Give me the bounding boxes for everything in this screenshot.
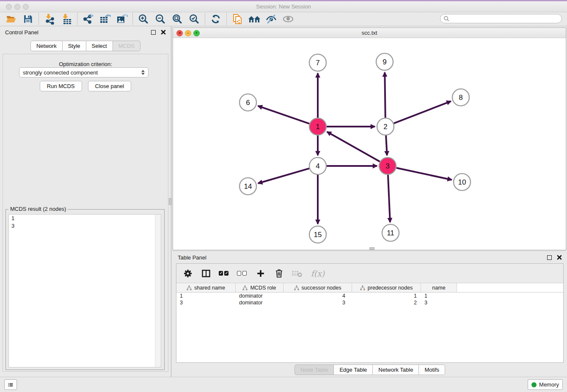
- cell-mcds-role[interactable]: dominator: [236, 293, 284, 299]
- mcds-result-title: MCDS result (2 nodes): [8, 206, 68, 212]
- tab-select[interactable]: Select: [86, 41, 113, 51]
- open-session-button[interactable]: [3, 13, 19, 25]
- net-close-button[interactable]: ✕: [176, 30, 183, 36]
- plus-icon: [256, 269, 265, 278]
- graph-edge-4-14[interactable]: [258, 168, 309, 183]
- float-panel-icon[interactable]: [151, 30, 156, 35]
- cell-name[interactable]: 1: [421, 293, 457, 299]
- export-table-button[interactable]: [96, 13, 113, 25]
- export-network-button[interactable]: [80, 13, 96, 25]
- table-panel-title: Table Panel: [178, 254, 547, 261]
- tab-style[interactable]: Style: [63, 41, 86, 51]
- cell-predecessor-nodes[interactable]: 2: [352, 300, 421, 306]
- cell-mcds-role[interactable]: dominator: [236, 300, 284, 306]
- tab-edge-table[interactable]: Edge Table: [334, 364, 373, 375]
- zoom-in-button[interactable]: [135, 13, 152, 25]
- zoom-selected-button[interactable]: [186, 13, 203, 25]
- optimization-criterion-value: strongly connected component: [23, 69, 141, 76]
- save-session-button[interactable]: [19, 13, 36, 25]
- hide-all-columns-button[interactable]: [237, 268, 248, 279]
- net-maximize-button[interactable]: +: [193, 30, 200, 36]
- cell-successor-nodes[interactable]: 3: [284, 300, 352, 306]
- gear-icon: [183, 268, 193, 279]
- horizontal-split-handle[interactable]: [369, 247, 374, 250]
- graph-edge-2-9[interactable]: [385, 72, 385, 118]
- zoom-fit-button[interactable]: [169, 13, 186, 25]
- window-minimize-button[interactable]: [14, 4, 20, 10]
- function-builder-button[interactable]: f(x): [310, 268, 326, 279]
- graph-edge-3-11[interactable]: [388, 175, 390, 222]
- cell-predecessor-nodes[interactable]: 1: [352, 293, 421, 299]
- trash-icon: [274, 268, 284, 278]
- zoom-in-icon: [138, 14, 149, 25]
- graph-edge-2-8[interactable]: [394, 101, 451, 123]
- column-header-shared-name[interactable]: shared name: [176, 283, 236, 292]
- column-header-successor-nodes[interactable]: successor nodes: [284, 283, 352, 292]
- import-network-button[interactable]: [41, 13, 58, 25]
- graph-edge-3-1[interactable]: [327, 132, 380, 161]
- cell-shared-name[interactable]: 1: [176, 293, 236, 299]
- task-history-button[interactable]: [4, 379, 17, 390]
- save-floppy-icon: [23, 14, 33, 24]
- home-icon: [248, 14, 261, 24]
- delete-column-button[interactable]: [273, 268, 284, 279]
- table-panel: Table Panel: [173, 252, 567, 377]
- result-item[interactable]: 3: [9, 222, 161, 230]
- table-row[interactable]: 1 dominator 4 1 1: [176, 293, 563, 299]
- delete-table-button[interactable]: [292, 268, 303, 279]
- tab-node-table[interactable]: Node Table: [295, 364, 334, 375]
- cell-name[interactable]: 3: [421, 300, 457, 306]
- export-table-icon: [99, 14, 111, 25]
- window-zoom-button[interactable]: [23, 4, 29, 10]
- run-mcds-button[interactable]: Run MCDS: [40, 81, 82, 91]
- float-panel-icon[interactable]: [547, 255, 552, 260]
- search-field[interactable]: [440, 14, 562, 23]
- network-canvas[interactable]: 1234678910111415: [173, 38, 566, 250]
- result-scrollbar[interactable]: [155, 215, 161, 367]
- table-row[interactable]: 3 dominator 3 2 3: [176, 299, 563, 306]
- memory-button[interactable]: Memory: [528, 379, 563, 390]
- refresh-layout-button[interactable]: [207, 13, 224, 25]
- table-settings-button[interactable]: [182, 268, 193, 279]
- unchecked-box-icon: [242, 271, 247, 276]
- close-panel-icon[interactable]: [161, 30, 166, 35]
- tab-motifs[interactable]: Motifs: [419, 364, 445, 375]
- column-header-mcds-role[interactable]: MCDS role: [236, 283, 284, 292]
- add-column-button[interactable]: [255, 268, 266, 279]
- optimization-criterion-select[interactable]: strongly connected component: [19, 67, 149, 77]
- mcds-result-list[interactable]: 1 3: [8, 214, 161, 367]
- memory-label: Memory: [539, 381, 559, 388]
- column-header-predecessor-nodes[interactable]: predecessor nodes: [352, 283, 421, 292]
- split-view-button[interactable]: [201, 268, 212, 279]
- zoom-out-button[interactable]: [152, 13, 169, 25]
- cell-successor-nodes[interactable]: 4: [284, 293, 352, 299]
- graph-edge-2-3[interactable]: [386, 135, 387, 155]
- checked-box-icon: [224, 271, 228, 276]
- tab-network-table[interactable]: Network Table: [373, 364, 419, 375]
- show-all-columns-button[interactable]: [219, 268, 230, 279]
- tab-network[interactable]: Network: [30, 41, 63, 51]
- node-table-container: f(x) shared name MCDS role successor nod…: [176, 263, 564, 363]
- net-minimize-button[interactable]: −: [185, 30, 191, 36]
- window-close-button[interactable]: [6, 4, 12, 10]
- result-item[interactable]: 1: [9, 215, 161, 222]
- vertical-split-handle[interactable]: [169, 198, 172, 205]
- column-header-name[interactable]: name: [421, 283, 457, 292]
- memory-status-icon: [531, 382, 537, 387]
- close-panel-button[interactable]: Close panel: [88, 81, 132, 91]
- import-table-button[interactable]: [58, 13, 75, 25]
- search-input[interactable]: [449, 14, 561, 23]
- network-window-titlebar[interactable]: ✕ − + scc.txt: [173, 28, 566, 38]
- graph-edge-3-10[interactable]: [396, 168, 452, 179]
- tab-mcds[interactable]: MCDS: [113, 41, 140, 51]
- show-view-button[interactable]: [280, 13, 297, 25]
- split-view-icon: [201, 268, 211, 279]
- hide-view-button[interactable]: [263, 13, 280, 25]
- cell-shared-name[interactable]: 3: [176, 300, 236, 306]
- network-home-button[interactable]: [246, 13, 263, 25]
- duplicate-network-button[interactable]: [229, 13, 246, 25]
- close-panel-icon[interactable]: [557, 255, 562, 260]
- graph-edge-1-6[interactable]: [258, 106, 310, 124]
- graph-node-label: 6: [246, 99, 250, 107]
- export-image-button[interactable]: [113, 13, 130, 25]
